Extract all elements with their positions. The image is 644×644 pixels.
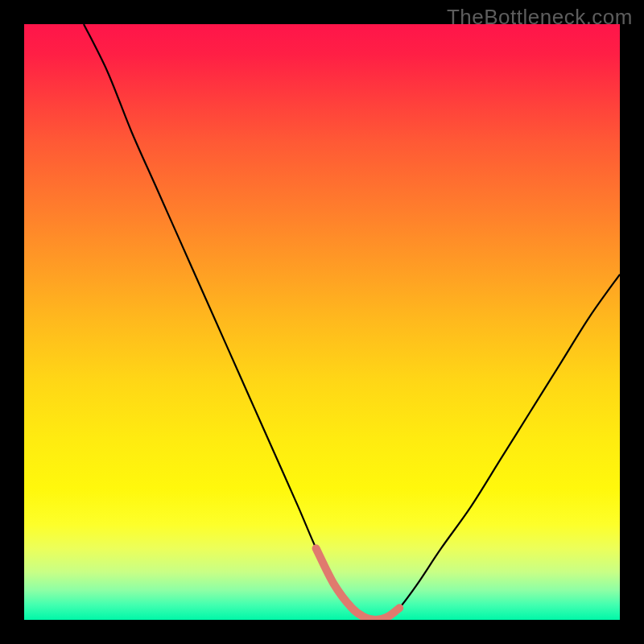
chart-svg [24, 24, 620, 620]
trough-highlight-path [316, 548, 400, 620]
watermark-text: TheBottleneck.com [447, 5, 633, 30]
plot-area [24, 24, 620, 620]
chart-frame: TheBottleneck.com [0, 0, 644, 644]
curve-path [84, 24, 620, 620]
